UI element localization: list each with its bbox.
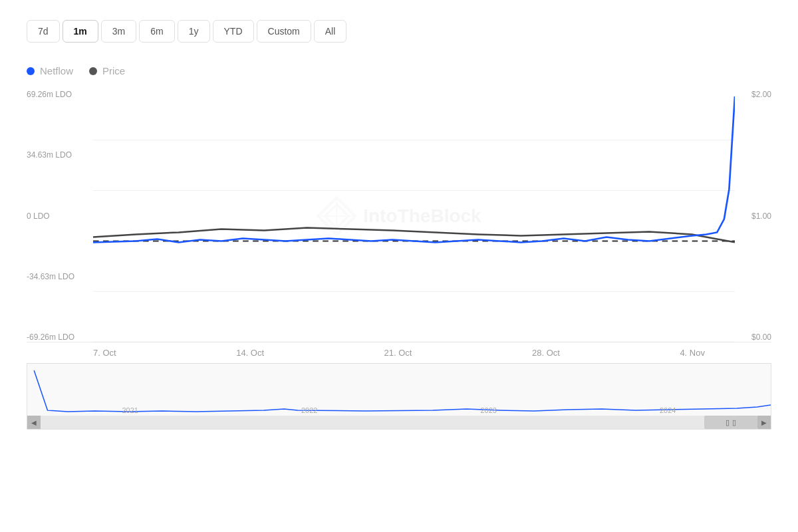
main-container: 7d1m3m6m1yYTDCustomAll NetflowPrice 69.2… (0, 0, 798, 532)
y-label-left: 0 LDO (27, 211, 93, 221)
legend-label-netflow: Netflow (40, 65, 73, 76)
x-label: 7. Oct (93, 348, 116, 358)
mini-year-label: 2023 (481, 406, 497, 414)
legend: NetflowPrice (13, 65, 785, 76)
y-label-left: 34.63m LDO (27, 150, 93, 160)
main-chart: 69.26m LDO34.63m LDO0 LDO-34.63m LDO-69.… (27, 90, 771, 342)
time-btn-all[interactable]: All (314, 20, 347, 43)
mini-year-labels: 2021202220232024 (27, 406, 771, 414)
time-btn-6m[interactable]: 6m (139, 20, 174, 43)
scrollbar[interactable]: ◀ ▯ ▯ ▶ (27, 416, 771, 429)
legend-dot-netflow (27, 67, 35, 75)
scroll-right-arrow[interactable]: ▶ (757, 416, 771, 429)
mini-chart: 2021202220232024 ◀ ▯ ▯ ▶ (27, 363, 771, 430)
legend-item-price: Price (89, 65, 125, 76)
chart-svg (93, 90, 735, 342)
chart-wrapper: 69.26m LDO34.63m LDO0 LDO-34.63m LDO-69.… (13, 90, 785, 430)
x-label: 4. Nov (680, 348, 705, 358)
time-btn-1y[interactable]: 1y (178, 20, 210, 43)
time-btn-3m[interactable]: 3m (101, 20, 136, 43)
scroll-left-arrow[interactable]: ◀ (27, 416, 41, 429)
mini-year-label: 2024 (660, 406, 676, 414)
x-label: 21. Oct (384, 348, 412, 358)
x-axis: 7. Oct14. Oct21. Oct28. Oct4. Nov (27, 342, 771, 363)
y-axis-right: $2.00$1.00$0.00 (735, 90, 771, 342)
y-label-right: $2.00 (751, 90, 771, 99)
time-btn-1m[interactable]: 1m (63, 20, 98, 43)
time-range-bar: 7d1m3m6m1yYTDCustomAll (13, 13, 785, 49)
y-label-left: -69.26m LDO (27, 332, 93, 342)
x-label: 28. Oct (532, 348, 560, 358)
y-label-right: $0.00 (751, 332, 771, 342)
y-axis-left: 69.26m LDO34.63m LDO0 LDO-34.63m LDO-69.… (27, 90, 93, 342)
legend-dot-price (89, 67, 97, 75)
mini-year-label: 2022 (301, 406, 317, 414)
y-label-right: $1.00 (751, 211, 771, 221)
scroll-track[interactable]: ▯ ▯ (41, 416, 757, 429)
mini-year-label: 2021 (122, 406, 138, 414)
x-label: 14. Oct (236, 348, 264, 358)
scroll-thumb[interactable]: ▯ ▯ (704, 416, 757, 429)
time-btn-ytd[interactable]: YTD (213, 20, 254, 43)
y-label-left: 69.26m LDO (27, 90, 93, 99)
time-btn-7d[interactable]: 7d (27, 20, 60, 43)
y-label-left: -34.63m LDO (27, 272, 93, 281)
legend-item-netflow: Netflow (27, 65, 73, 76)
time-btn-custom[interactable]: Custom (257, 20, 311, 43)
legend-label-price: Price (102, 65, 125, 76)
